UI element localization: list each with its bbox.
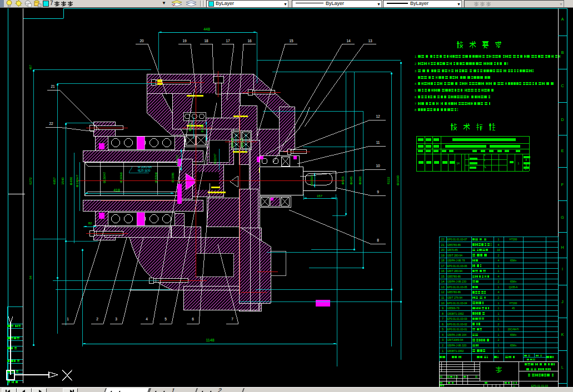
svg-text:G: G [561,215,564,219]
svg-text:1: 1 [442,349,444,353]
svg-text:19: 19 [441,254,444,257]
svg-text:1: 1 [498,269,500,273]
svg-text:Φ110H7: Φ110H7 [176,155,179,165]
svg-text:4: 4 [146,317,148,321]
svg-text:J: J [561,300,564,304]
svg-text:I: I [562,267,563,271]
svg-text:21: 21 [51,84,55,88]
svg-text:EP0.01.01.03-06: EP0.01.01.03-06 [447,265,467,268]
svg-text:65Mn: 65Mn [510,334,517,336]
svg-text:3: 3 [442,338,444,341]
svg-text:4: 4 [498,243,500,247]
svg-text:GB/T2089-94: GB/T2089-94 [447,339,464,341]
svg-text:Φ158f6: Φ158f6 [171,173,175,183]
svg-text:GB3871-1992: GB3871-1992 [447,313,464,315]
svg-text:GB/PA-J-86 78: GB/PA-J-86 78 [447,259,465,262]
svg-text:吼25 深30: 吼25 深30 [138,169,151,173]
svg-text:2: 2 [96,317,98,321]
svg-text:7: 7 [442,317,444,320]
svg-text:11: 11 [376,140,380,144]
svg-text:1: 1 [498,285,500,289]
svg-text:4: 4 [498,275,500,278]
svg-text:1: 1 [415,55,416,58]
svg-text:GB566-79: GB566-79 [447,307,460,310]
svg-text:12: 12 [441,290,444,294]
svg-text:Φ645: Φ645 [350,176,353,184]
svg-text:1: 1 [498,333,500,336]
svg-text:2: 2 [498,280,500,283]
svg-text:20: 20 [441,248,444,252]
svg-text:65Mn: 65Mn [510,280,517,283]
svg-text:EP0.01.01.03-05: EP0.01.01.03-05 [447,286,467,289]
svg-text:16: 16 [441,269,444,273]
svg-text:14: 14 [346,39,351,43]
svg-text:GB/PA-J-86 230: GB/PA-J-86 230 [447,280,467,283]
svg-text:13: 13 [368,39,372,43]
svg-text:14: 14 [441,280,444,283]
svg-text:17: 17 [226,39,230,43]
svg-text:E: E [561,149,564,153]
svg-text:A: A [561,17,564,21]
svg-text:1: 1 [67,317,69,321]
svg-text:EP0.01.01.03-03: EP0.01.01.03-03 [447,318,467,320]
svg-text:Φ1090: Φ1090 [396,175,400,185]
svg-text:Φ960: Φ960 [358,176,362,184]
svg-text:1: 1 [498,317,500,320]
svg-text:6: 6 [415,96,416,99]
svg-text:2: 2 [498,296,500,299]
svg-text:C: C [561,84,564,88]
svg-text:11: 11 [441,296,445,299]
svg-text:8222: 8222 [387,177,390,184]
svg-text:7: 7 [415,102,416,105]
svg-text:4: 4 [498,290,500,294]
svg-text:4957: 4957 [53,177,56,185]
svg-text:GB5780-86: GB5780-86 [447,244,461,247]
svg-text:1: 1 [498,312,500,315]
svg-text:F: F [561,183,564,187]
svg-text:D: D [561,118,564,122]
svg-text:3540: 3540 [61,177,64,185]
svg-text:Φ480: Φ480 [69,177,73,185]
svg-text:Φ190H7: Φ190H7 [76,174,79,187]
svg-text:19: 19 [182,39,187,43]
svg-text:14: 14 [456,162,460,165]
svg-text:13: 13 [441,285,444,289]
svg-text:8: 8 [415,108,416,112]
svg-text:9: 9 [377,190,379,194]
svg-text:GB5780-86: GB5780-86 [447,275,461,278]
svg-text:10: 10 [497,248,500,252]
svg-text:3: 3 [415,69,416,73]
svg-text:20: 20 [139,39,144,43]
svg-text:7k: 7k [483,165,486,169]
svg-text:18: 18 [441,259,444,262]
svg-text:Φ60k6: Φ60k6 [188,123,192,131]
svg-text:K: K [561,333,564,336]
svg-text:7: 7 [231,317,233,321]
svg-text:1: 1 [498,306,500,310]
svg-text:GB/T 283-94: GB/T 283-94 [447,270,463,273]
svg-text:6: 6 [442,323,444,326]
svg-text:4: 4 [415,82,416,86]
svg-text:4: 4 [442,333,444,336]
svg-text:B4: B4 [29,276,32,279]
svg-text:17: 17 [441,264,444,268]
svg-text:Φ110H7: Φ110H7 [213,154,217,164]
svg-text:9: 9 [442,306,444,310]
svg-text:1: 1 [498,344,500,347]
svg-text:GB/T 276-94: GB/T 276-94 [447,296,463,299]
svg-text:15: 15 [289,39,293,43]
svg-text:5: 5 [415,89,416,92]
svg-text:5: 5 [165,317,167,321]
svg-text:1: 1 [498,349,500,353]
svg-text:12: 12 [376,114,380,118]
svg-text:27: 27 [525,168,528,170]
svg-text:8: 8 [442,312,444,315]
svg-text:2: 2 [498,338,500,341]
svg-text:EP0.01.01.03-04: EP0.01.01.03-04 [447,302,467,305]
svg-text:82: 82 [88,222,92,225]
svg-text:1: 1 [498,238,500,241]
svg-text:10: 10 [441,301,444,305]
svg-text:1: 1 [498,301,500,305]
svg-text:B: B [561,51,564,54]
svg-text:448: 448 [203,27,210,31]
